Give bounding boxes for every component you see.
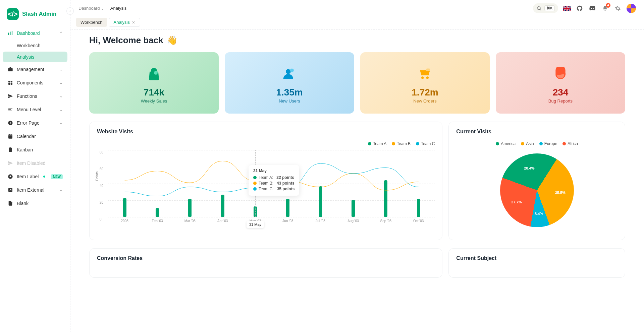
settings-button[interactable] xyxy=(614,4,622,12)
search-button[interactable]: ⌘K xyxy=(533,3,558,13)
sidebar-item-analysis[interactable]: Analysis xyxy=(3,52,67,62)
stat-card-sales: 714k Weekly Sales xyxy=(89,52,219,114)
pie-chart[interactable]: 28.4%35.5%8.4%27.7% xyxy=(456,150,618,230)
chevron-down-icon: ⌄ xyxy=(59,94,63,98)
sidebar-label: Item External xyxy=(17,187,44,193)
bug-icon xyxy=(552,66,569,82)
tab-analysis[interactable]: Analysis ✕ xyxy=(109,18,140,27)
sidebar-item-menu-level[interactable]: Menu Level ⌄ xyxy=(3,103,67,116)
legend-item[interactable]: Team A xyxy=(368,141,386,146)
y-axis-label: Points xyxy=(95,172,99,181)
menu-icon xyxy=(7,107,13,113)
sidebar-label: Components xyxy=(17,80,43,85)
card-title: Website Visits xyxy=(90,122,442,136)
sidebar-item-management[interactable]: Management ⌄ xyxy=(3,63,67,76)
app-name: Slash Admin xyxy=(22,11,56,17)
legend-item[interactable]: Africa xyxy=(562,141,578,146)
chevron-down-icon: ⌄ xyxy=(59,188,63,192)
sidebar-item-kanban[interactable]: Kanban xyxy=(3,143,67,156)
users-icon xyxy=(281,66,298,82)
notification-badge: 4 xyxy=(606,3,610,8)
chart-tooltip: 31 MayTeam A: 22 pointsTeam B: 43 points… xyxy=(249,165,299,196)
send-icon xyxy=(7,93,13,99)
grid-icon xyxy=(7,80,13,86)
breadcrumb: Dashboard ⌄ · Analysis xyxy=(78,6,126,11)
sidebar-item-external[interactable]: Item External ⌄ xyxy=(3,184,67,196)
stat-value: 1.35m xyxy=(231,87,347,98)
sidebar-label: Calendar xyxy=(17,134,36,139)
sidebar-collapse-button[interactable]: ‹ xyxy=(66,7,74,15)
stat-card-bugs: 234 Bug Reports xyxy=(496,52,625,114)
tab-close-icon[interactable]: ✕ xyxy=(132,20,135,25)
svg-rect-17 xyxy=(9,147,11,148)
svg-rect-0 xyxy=(8,33,9,36)
chevron-down-icon: ⌄ xyxy=(59,121,63,125)
sidebar-item-workbench[interactable]: Workbench xyxy=(3,40,67,51)
legend-item[interactable]: Asia xyxy=(521,141,534,146)
card-title: Conversion Rates xyxy=(90,249,442,263)
chart-legend: America Asia Europe Africa xyxy=(456,141,618,146)
github-icon xyxy=(576,5,583,12)
search-shortcut: ⌘K xyxy=(544,5,555,11)
error-icon: ! xyxy=(7,120,13,126)
stat-label: New Users xyxy=(231,98,347,104)
tab-workbench[interactable]: Workbench xyxy=(76,18,107,27)
sidebar-label: Management xyxy=(17,67,44,72)
card-current-visits: Current Visits America Asia Europe Afric… xyxy=(448,122,625,240)
notifications-button[interactable]: 4 xyxy=(601,4,609,12)
breadcrumb-parent[interactable]: Dashboard ⌄ xyxy=(78,6,104,11)
cart-icon xyxy=(417,66,433,82)
clipboard-icon xyxy=(7,147,13,153)
chevron-down-icon: ⌄ xyxy=(59,107,63,112)
sidebar-item-dashboard[interactable]: Dashboard ⌃ xyxy=(3,27,67,40)
svg-rect-6 xyxy=(11,83,12,85)
sidebar-item-calendar[interactable]: Calendar xyxy=(3,130,67,143)
svg-rect-13 xyxy=(8,135,12,136)
external-icon xyxy=(7,187,13,193)
svg-rect-4 xyxy=(11,81,12,82)
stat-value: 1.72m xyxy=(367,87,483,98)
github-button[interactable] xyxy=(576,4,584,12)
gear-icon xyxy=(615,5,621,11)
logo-icon: </> xyxy=(7,8,19,20)
search-icon xyxy=(536,6,542,11)
sidebar-item-functions[interactable]: Functions ⌄ xyxy=(3,90,67,103)
svg-point-23 xyxy=(154,71,158,75)
avatar-button[interactable] xyxy=(627,4,636,13)
legend-item[interactable]: Team C xyxy=(416,141,435,146)
sidebar-item-label[interactable]: Item Label NEW xyxy=(3,170,67,183)
svg-point-24 xyxy=(286,69,291,74)
discord-button[interactable] xyxy=(588,4,596,12)
website-visits-chart[interactable]: 02040608031 MayTeam A: 22 pointsTeam B: … xyxy=(108,150,435,217)
stat-card-users: 1.35m New Users xyxy=(225,52,354,114)
sidebar-label: Functions xyxy=(17,93,37,99)
card-website-visits: Website Visits Team A Team B Team C Poin… xyxy=(89,122,442,240)
stat-value: 234 xyxy=(502,87,619,98)
sidebar-item-blank[interactable]: Blank xyxy=(3,197,67,210)
topbar: Dashboard ⌄ · Analysis ⌘K xyxy=(70,0,644,16)
legend-item[interactable]: Team B xyxy=(392,141,411,146)
bag-icon xyxy=(146,66,162,82)
dashboard-icon xyxy=(7,30,13,36)
disabled-icon xyxy=(7,160,13,166)
sidebar-label: Blank xyxy=(17,201,29,206)
legend-item[interactable]: Europe xyxy=(539,141,557,146)
sidebar-item-components[interactable]: Components ⌄ xyxy=(3,76,67,89)
sidebar-item-error-page[interactable]: ! Error Page ⌄ xyxy=(3,117,67,129)
sidebar-label: Menu Level xyxy=(17,107,41,112)
logo[interactable]: </> Slash Admin xyxy=(3,5,67,27)
card-title: Current Subject xyxy=(449,249,625,263)
card-current-subject: Current Subject xyxy=(448,248,625,278)
svg-rect-3 xyxy=(8,81,10,82)
sidebar-label: Item Disabled xyxy=(17,160,46,166)
badge-new: NEW xyxy=(51,174,63,179)
legend-item[interactable]: America xyxy=(496,141,516,146)
svg-rect-5 xyxy=(8,83,10,85)
briefcase-icon xyxy=(7,66,13,72)
uk-flag-icon xyxy=(563,6,571,11)
sidebar: </> Slash Admin ‹ Dashboard ⌃ Workbench … xyxy=(0,0,70,332)
svg-rect-16 xyxy=(9,148,12,152)
stat-label: Bug Reports xyxy=(502,98,619,104)
sidebar-item-disabled: Item Disabled xyxy=(3,157,67,170)
language-button[interactable] xyxy=(563,4,571,12)
